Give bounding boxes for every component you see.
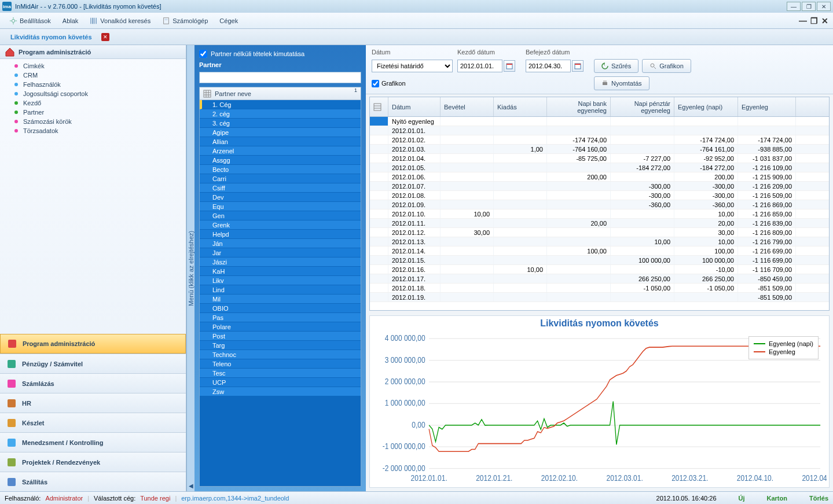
module-item[interactable]: Számlázás [0,373,186,393]
inner-minimize-button[interactable]: — [799,16,807,25]
partner-row[interactable]: Jar [200,248,361,257]
table-row[interactable]: 2012.01.08.-300,00-300,00-1 216 509,00 [370,191,829,200]
partnerless-checkbox[interactable] [199,50,207,58]
partner-row[interactable]: UCP [200,378,361,387]
table-row[interactable]: 2012.01.10.10,0010,00-1 216 859,00 [370,209,829,219]
partner-row[interactable]: Csiff [200,183,361,193]
table-row[interactable]: 2012.01.14.100,00100,00-1 216 699,00 [370,247,829,256]
table-row[interactable]: 2012.01.01. [370,126,829,135]
partner-row[interactable]: Lind [200,285,361,295]
module-item[interactable]: Pénzügy / Számvitel [0,354,186,373]
table-row[interactable]: 2012.01.03.1,00-764 160,00-764 161,00-93… [370,145,829,154]
menu-window[interactable]: Ablak [57,15,85,27]
partner-row[interactable]: Becto [200,165,361,174]
partner-row[interactable]: 2. cég [200,109,361,119]
partner-row[interactable]: Pas [200,313,361,322]
sidebar-collapse-handle[interactable]: ◀ Menü (klikk az elrejtéshez) [186,45,195,491]
col-bank[interactable]: Napi bank egyeneleg [547,97,611,116]
inner-close-button[interactable]: ✕ [821,16,828,25]
partner-row[interactable]: Dev [200,193,361,202]
module-item[interactable]: Projektek / Rendezvények [0,452,186,472]
module-item[interactable]: Program adminisztráció [0,334,186,354]
table-row[interactable]: 2012.01.17.266 250,00266 250,00-850 459,… [370,274,829,284]
table-row[interactable]: 2012.01.07.-300,00-300,00-1 216 209,00 [370,182,829,191]
col-balance[interactable]: Egyenleg [738,97,796,116]
start-date-picker-button[interactable] [504,60,515,72]
table-row[interactable]: 2012.01.13.10,0010,00-1 216 799,00 [370,237,829,247]
partner-row[interactable]: OBIO [200,304,361,313]
sidebar-item[interactable]: Számozási körök [0,117,186,126]
menu-barcode[interactable]: Vonalkód keresés [84,14,156,27]
partner-row[interactable]: Polare [200,322,361,332]
partner-row[interactable]: Zsw [200,387,361,396]
close-button[interactable]: ✕ [817,2,831,11]
table-row[interactable]: 2012.01.16.10,00-10,00-1 116 709,00 [370,265,829,274]
sidebar-item[interactable]: CRM [0,71,186,80]
start-date-input[interactable] [457,60,502,72]
inner-restore-button[interactable]: ❐ [810,16,818,25]
date-type-select[interactable]: Fizetési határidő [372,60,453,72]
table-row[interactable]: 2012.01.15.100 000,00100 000,00-1 116 69… [370,256,829,265]
table-row[interactable]: 2012.01.02.-174 724,00-174 724,00-174 72… [370,135,829,145]
partner-row[interactable]: Helpd [200,230,361,239]
table-row[interactable]: 2012.01.19.-851 509,00 [370,293,829,302]
col-cash[interactable]: Napi pénztár egyeneleg [611,97,674,116]
menu-companies[interactable]: Cégek [214,15,244,27]
partner-row[interactable]: Jászi [200,257,361,267]
row-selector-header[interactable] [370,97,388,116]
partner-row[interactable]: 1. Cég [200,100,361,109]
partner-row[interactable]: 3. cég [200,119,361,128]
sidebar-item[interactable]: Törzsadatok [0,126,186,135]
partner-row[interactable]: KaH [200,267,361,276]
partner-row[interactable]: Post [200,332,361,341]
sidebar-item[interactable]: Cimkék [0,61,186,71]
partner-row[interactable]: Allian [200,137,361,146]
filter-button[interactable]: Szűrés [594,59,638,73]
table-row[interactable]: 2012.01.04.-85 725,00-7 227,00-92 952,00… [370,154,829,163]
partner-grid-header[interactable]: Partner neve 1 [200,87,361,100]
table-row[interactable]: 2012.01.12.30,0030,00-1 216 809,00 [370,228,829,237]
end-date-input[interactable] [526,60,571,72]
delete-button[interactable]: Törlés [809,495,828,502]
maximize-button[interactable]: ❐ [802,2,816,11]
sidebar-item[interactable]: Jogosultsági csoportok [0,89,186,98]
table-row[interactable]: 2012.01.05.-184 272,00-184 272,00-1 216 … [370,163,829,172]
table-row[interactable]: 2012.01.09.-360,00-360,00-1 216 869,00 [370,200,829,209]
new-button[interactable]: Új [739,495,745,502]
partner-row[interactable]: Grenk [200,220,361,230]
card-button[interactable]: Karton [767,495,787,502]
sidebar-item[interactable]: Partner [0,108,186,117]
partner-row[interactable]: Arzenel [200,146,361,156]
partner-row[interactable]: Likv [200,276,361,285]
print-button[interactable]: Nyomtatás [594,76,649,90]
partner-row[interactable]: Equ [200,202,361,211]
module-item[interactable]: Szállítás [0,472,186,491]
partner-row[interactable]: Tesc [200,369,361,378]
minimize-button[interactable]: — [787,2,801,11]
tab-close-icon[interactable]: ✕ [101,33,109,41]
chart-checkbox[interactable] [372,80,379,87]
col-income[interactable]: Bevétel [441,97,494,116]
table-row[interactable]: 2012.01.06.200,00200,00-1 215 909,00 [370,172,829,182]
partner-row[interactable]: Carri [200,174,361,183]
partner-row[interactable]: Technoc [200,350,361,359]
sidebar-item[interactable]: Felhasználók [0,80,186,89]
partner-row[interactable]: Gen [200,211,361,220]
partner-row[interactable]: Assgg [200,156,361,165]
end-date-picker-button[interactable] [572,60,584,72]
col-date[interactable]: Dátum [388,97,441,116]
sidebar-item[interactable]: Kezdő [0,98,186,108]
partner-row[interactable]: Targ [200,341,361,350]
table-row[interactable]: Nyitó egyenleg [370,117,829,126]
col-expense[interactable]: Kiadás [494,97,547,116]
partner-row[interactable]: Teleno [200,359,361,369]
table-row[interactable]: 2012.01.11.20,0020,00-1 216 839,00 [370,219,829,228]
module-item[interactable]: Készlet [0,413,186,432]
chart-button[interactable]: Grafikon [642,59,691,73]
module-item[interactable]: Menedzsment / Kontrolling [0,432,186,452]
table-row[interactable]: 2012.01.18.-1 050,00-1 050,00-851 509,00 [370,284,829,293]
module-item[interactable]: HR [0,393,186,413]
menu-settings[interactable]: Beállítások [3,14,57,27]
menu-calculator[interactable]: Számológép [156,14,214,27]
tab-liquidity[interactable]: Likviditás nyomon követés [6,31,97,43]
